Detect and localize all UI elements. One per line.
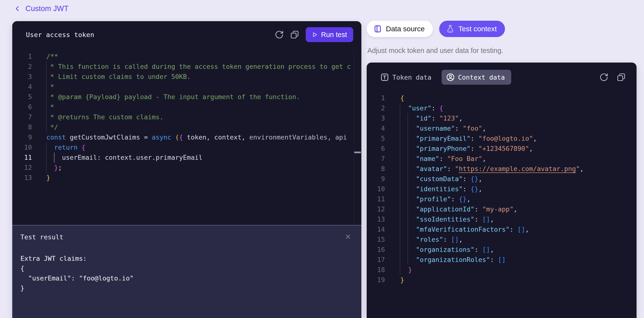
- code-line-content: * @returns The custom claims.: [46, 112, 164, 122]
- line-number: 3: [12, 72, 32, 82]
- breadcrumb: Custom JWT: [14, 3, 68, 15]
- line-number: 12: [367, 204, 385, 214]
- code-line-content: "ssoIdentities": [],: [400, 214, 494, 224]
- code-line: 5 "primaryEmail": "foo@logto.io",: [367, 133, 636, 144]
- line-number: 19: [367, 275, 385, 285]
- line-number: 8: [367, 164, 385, 174]
- data-source-label: Data source: [386, 25, 425, 33]
- line-number: 15: [367, 235, 385, 245]
- code-line: 12 };: [12, 163, 362, 173]
- code-line: 18 }: [367, 265, 636, 275]
- code-line-content: *: [46, 82, 54, 92]
- json-editor[interactable]: 1{2 "user": {3 "id": "123",4 "username":…: [367, 92, 636, 318]
- copy-icon: [290, 30, 299, 39]
- reset-data-button[interactable]: [598, 72, 609, 83]
- test-context-label: Test context: [458, 25, 497, 33]
- code-line: 10 return {: [12, 142, 362, 152]
- token-data-icon: [380, 73, 389, 82]
- code-line: 4 "username": "foo",: [367, 123, 636, 133]
- code-line: 9const getCustomJwtClaims = async ({ tok…: [12, 132, 362, 142]
- copy-code-button[interactable]: [289, 29, 300, 40]
- code-editor[interactable]: 1/**2 * This function is called during t…: [12, 48, 362, 225]
- code-line-content: "organizations": [],: [400, 245, 494, 255]
- reset-code-button[interactable]: [274, 29, 284, 40]
- line-number: 1: [12, 52, 32, 62]
- test-result-section: Test result Extra JWT claims: { "userEma…: [12, 226, 362, 318]
- code-line-content: "name": "Foo Bar",: [400, 154, 486, 164]
- chevron-left-icon[interactable]: [14, 5, 21, 12]
- close-icon: [344, 233, 352, 240]
- code-line-content: }: [400, 275, 404, 285]
- line-number: 10: [12, 142, 32, 152]
- code-line-content: *: [46, 102, 54, 112]
- data-source-pill[interactable]: Data source: [367, 21, 433, 37]
- indent-guide: [408, 113, 408, 265]
- code-line-content: /**: [46, 52, 58, 62]
- code-line: 3 "id": "123",: [367, 113, 636, 123]
- token-editor-header: User access token Run test: [12, 21, 362, 48]
- code-line-content: "customData": {},: [400, 174, 482, 184]
- line-number: 16: [367, 245, 385, 255]
- close-test-result-button[interactable]: [343, 231, 353, 242]
- tab-context-data[interactable]: Context data: [442, 70, 511, 85]
- code-line: 9 "customData": {},: [367, 174, 636, 184]
- line-number: 13: [367, 214, 385, 224]
- mode-pills: Data source Test context: [367, 21, 505, 37]
- code-line-content: userEmail: context.user.primaryEmail: [46, 152, 202, 163]
- context-data-icon: [446, 73, 455, 82]
- code-line-content: "user": {: [400, 103, 443, 113]
- tab-token-data[interactable]: Token data: [380, 73, 432, 82]
- code-line-content: "id": "123",: [400, 113, 463, 123]
- line-number: 6: [367, 144, 385, 154]
- overview-ruler-border: [354, 48, 354, 225]
- code-line: 10 "identities": {},: [367, 184, 636, 194]
- code-line-content: "avatar": "https://example.com/avatar.pn…: [400, 164, 584, 174]
- code-line-content: }: [400, 265, 412, 275]
- run-test-button[interactable]: Run test: [306, 27, 353, 42]
- code-line-content: "identities": {},: [400, 184, 482, 194]
- code-line: 11 "profile": {},: [367, 194, 636, 204]
- line-number: 9: [12, 132, 32, 142]
- test-context-pill[interactable]: Test context: [439, 21, 505, 37]
- code-line: 13 "ssoIdentities": [],: [367, 214, 636, 224]
- line-number: 9: [367, 174, 385, 184]
- line-number: 4: [367, 123, 385, 133]
- line-number: 7: [12, 112, 32, 122]
- code-line-content: return {: [46, 142, 86, 152]
- code-line: 8 "avatar": "https://example.com/avatar.…: [367, 164, 636, 174]
- code-line: 13}: [12, 173, 362, 183]
- line-number: 11: [12, 152, 32, 163]
- line-number: 2: [12, 62, 32, 72]
- refresh-icon: [599, 73, 608, 82]
- line-number: 18: [367, 265, 385, 275]
- code-line: 3 * Limit custom claims to under 50KB.: [12, 72, 362, 82]
- panel-title: User access token: [26, 31, 94, 39]
- flask-icon: [446, 25, 454, 33]
- line-number: 12: [12, 163, 32, 173]
- code-line-content: {: [400, 93, 404, 103]
- code-line-content: */: [46, 122, 58, 132]
- scrollbar-thumb[interactable]: [354, 151, 361, 153]
- indent-guide: [400, 103, 400, 275]
- code-line-content: "profile": {},: [400, 194, 471, 204]
- code-line: 11 userEmail: context.user.primaryEmail: [12, 152, 362, 163]
- copy-data-button[interactable]: [616, 72, 626, 83]
- code-line: 6 *: [12, 102, 362, 112]
- code-line-content: const getCustomJwtClaims = async ({ toke…: [46, 132, 347, 142]
- line-number: 17: [367, 255, 385, 265]
- mock-data-header: Token data Context data: [367, 63, 636, 92]
- code-line: 2 "user": {: [367, 103, 636, 113]
- code-line-content: * This function is called during the acc…: [46, 62, 351, 72]
- code-line-content: };: [46, 163, 62, 173]
- indent-guide: [46, 142, 46, 173]
- line-number: 7: [367, 154, 385, 164]
- custom-jwt-tester-page: { "breadcrumb": { "label": "Custom JWT" …: [0, 0, 644, 318]
- refresh-icon: [275, 30, 284, 39]
- code-line-content: "username": "foo",: [400, 123, 486, 133]
- code-line: 17 "organizationRoles": []: [367, 255, 636, 265]
- code-line-content: "roles": [],: [400, 235, 463, 245]
- code-line: 15 "roles": [],: [367, 235, 636, 245]
- code-line: 1{: [367, 93, 636, 103]
- code-line: 1/**: [12, 52, 362, 62]
- back-link-custom-jwt[interactable]: Custom JWT: [26, 4, 68, 13]
